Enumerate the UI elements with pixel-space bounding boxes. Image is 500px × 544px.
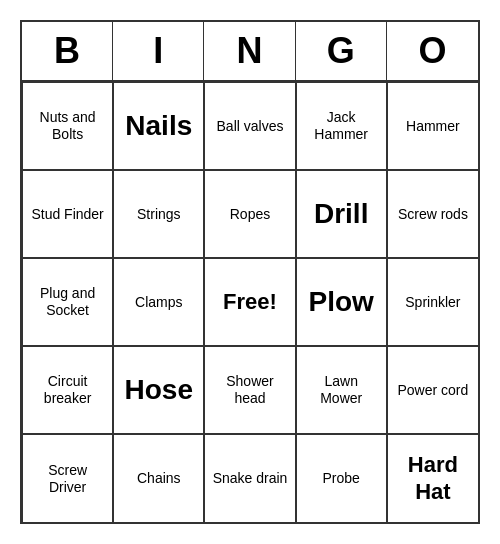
bingo-cell-19: Power cord bbox=[387, 346, 478, 434]
bingo-cell-8: Drill bbox=[296, 170, 387, 258]
bingo-cell-4: Hammer bbox=[387, 82, 478, 170]
header-letter-o: O bbox=[387, 22, 478, 80]
bingo-cell-1: Nails bbox=[113, 82, 204, 170]
bingo-cell-7: Ropes bbox=[204, 170, 295, 258]
header-letter-b: B bbox=[22, 22, 113, 80]
bingo-cell-5: Stud Finder bbox=[22, 170, 113, 258]
bingo-cell-0: Nuts and Bolts bbox=[22, 82, 113, 170]
bingo-cell-12: Free! bbox=[204, 258, 295, 346]
bingo-cell-23: Probe bbox=[296, 434, 387, 522]
bingo-cell-9: Screw rods bbox=[387, 170, 478, 258]
bingo-cell-6: Strings bbox=[113, 170, 204, 258]
bingo-cell-13: Plow bbox=[296, 258, 387, 346]
bingo-cell-15: Circuit breaker bbox=[22, 346, 113, 434]
bingo-cell-20: Screw Driver bbox=[22, 434, 113, 522]
bingo-cell-24: Hard Hat bbox=[387, 434, 478, 522]
bingo-header: BINGO bbox=[22, 22, 478, 82]
header-letter-g: G bbox=[296, 22, 387, 80]
bingo-cell-17: Shower head bbox=[204, 346, 295, 434]
header-letter-i: I bbox=[113, 22, 204, 80]
bingo-cell-16: Hose bbox=[113, 346, 204, 434]
bingo-cell-22: Snake drain bbox=[204, 434, 295, 522]
bingo-cell-10: Plug and Socket bbox=[22, 258, 113, 346]
bingo-cell-18: Lawn Mower bbox=[296, 346, 387, 434]
bingo-grid: Nuts and BoltsNailsBall valvesJack Hamme… bbox=[22, 82, 478, 522]
bingo-cell-3: Jack Hammer bbox=[296, 82, 387, 170]
bingo-cell-21: Chains bbox=[113, 434, 204, 522]
bingo-cell-2: Ball valves bbox=[204, 82, 295, 170]
bingo-cell-11: Clamps bbox=[113, 258, 204, 346]
bingo-cell-14: Sprinkler bbox=[387, 258, 478, 346]
bingo-card: BINGO Nuts and BoltsNailsBall valvesJack… bbox=[20, 20, 480, 524]
header-letter-n: N bbox=[204, 22, 295, 80]
